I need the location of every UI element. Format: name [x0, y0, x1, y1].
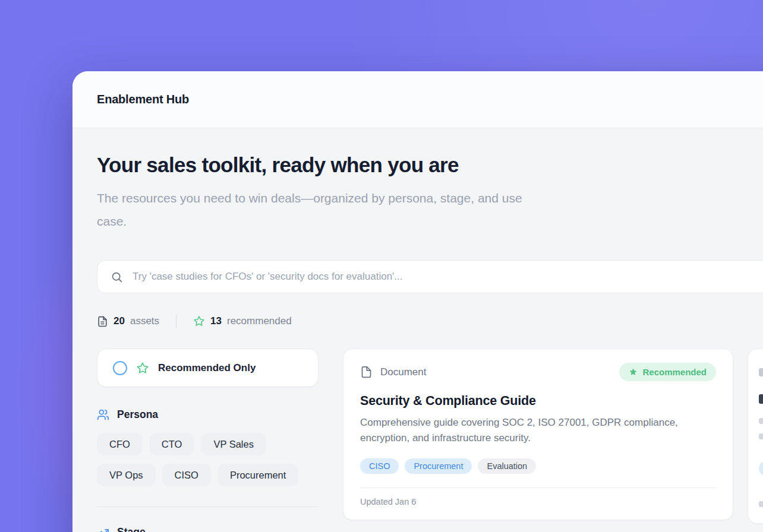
card-type: Document: [360, 366, 426, 378]
persona-chip-vp-sales[interactable]: VP Sales: [201, 433, 266, 455]
page-title: Your sales toolkit, ready when you are: [97, 153, 763, 177]
content-row: Recommended Only Persona CFO CTO VP Sale…: [97, 349, 763, 532]
assets-count-stat: 20 assets: [97, 315, 159, 327]
card-title: Security & Compliance Guide: [360, 394, 716, 408]
window-header: Enablement Hub: [72, 71, 763, 128]
stage-filter-section: Stage: [97, 526, 319, 532]
trending-up-icon: [97, 526, 109, 532]
persona-header: Persona: [97, 408, 319, 421]
main-content: Your sales toolkit, ready when you are T…: [72, 128, 763, 532]
clipped-title-fragment: [759, 394, 763, 404]
persona-chip-procurement[interactable]: Procurement: [217, 464, 298, 486]
persona-chip-cfo[interactable]: CFO: [97, 433, 143, 455]
asset-cards-row: Document Recommended Security & Complian…: [343, 349, 763, 524]
tag-ciso[interactable]: CISO: [360, 458, 399, 474]
search-icon: [111, 271, 123, 283]
assets-count: 20: [113, 315, 125, 327]
tag-procurement[interactable]: Procurement: [405, 458, 472, 474]
tag-evaluation[interactable]: Evaluation: [478, 458, 536, 474]
search-bar[interactable]: [97, 260, 763, 293]
file-icon: [360, 366, 373, 378]
clipped-text-fragment: [759, 418, 763, 424]
sidebar-divider: [97, 506, 319, 507]
recommended-count-stat: 13 recommended: [193, 315, 292, 327]
card-divider: [360, 487, 716, 488]
card-tags: CISO Procurement Evaluation: [360, 458, 716, 474]
app-title: Enablement Hub: [97, 93, 189, 106]
users-icon: [97, 408, 109, 421]
star-icon: [193, 315, 205, 327]
clipped-text-fragment: [759, 433, 763, 439]
persona-label: Persona: [117, 408, 158, 421]
asset-card-clipped[interactable]: [748, 349, 763, 524]
filters-sidebar: Recommended Only Persona CFO CTO VP Sale…: [97, 349, 319, 532]
file-text-icon: [97, 316, 108, 327]
recommended-badge: Recommended: [619, 363, 716, 381]
star-icon: [136, 362, 149, 375]
stats-divider: [176, 315, 176, 328]
card-top-row: Document Recommended: [360, 363, 716, 381]
star-filled-icon: [629, 368, 638, 376]
stage-header: Stage: [97, 526, 319, 532]
asset-card-security-compliance-guide[interactable]: Document Recommended Security & Complian…: [343, 349, 733, 520]
persona-chip-vp-ops[interactable]: VP Ops: [97, 464, 156, 486]
radio-circle-icon[interactable]: [113, 361, 127, 375]
recommended-only-label: Recommended Only: [158, 362, 256, 374]
stats-row: 20 assets 13 recommended: [97, 315, 763, 328]
recommended-only-toggle[interactable]: Recommended Only: [97, 349, 319, 387]
recommended-badge-label: Recommended: [642, 367, 707, 377]
clipped-footer-fragment: [759, 501, 763, 507]
page-subtitle: The resources you need to win deals—orga…: [97, 186, 548, 233]
persona-chip-cto[interactable]: CTO: [149, 433, 195, 455]
card-updated-date: Updated Jan 6: [360, 497, 716, 506]
assets-label: assets: [130, 315, 159, 327]
card-description: Comprehensive guide covering SOC 2, ISO …: [360, 415, 712, 446]
recommended-label: recommended: [227, 315, 292, 327]
stage-label: Stage: [117, 526, 146, 532]
persona-chip-ciso[interactable]: CISO: [162, 464, 211, 486]
enablement-hub-window: Enablement Hub Your sales toolkit, ready…: [72, 71, 763, 532]
search-input[interactable]: [131, 270, 763, 283]
clipped-type-fragment: [759, 368, 763, 376]
persona-chips: CFO CTO VP Sales VP Ops CISO Procurement: [97, 433, 319, 486]
recommended-count: 13: [210, 315, 222, 327]
clipped-tag-fragment: [759, 461, 763, 476]
persona-filter-section: Persona CFO CTO VP Sales VP Ops CISO Pro…: [97, 408, 319, 486]
card-type-label: Document: [380, 366, 426, 378]
